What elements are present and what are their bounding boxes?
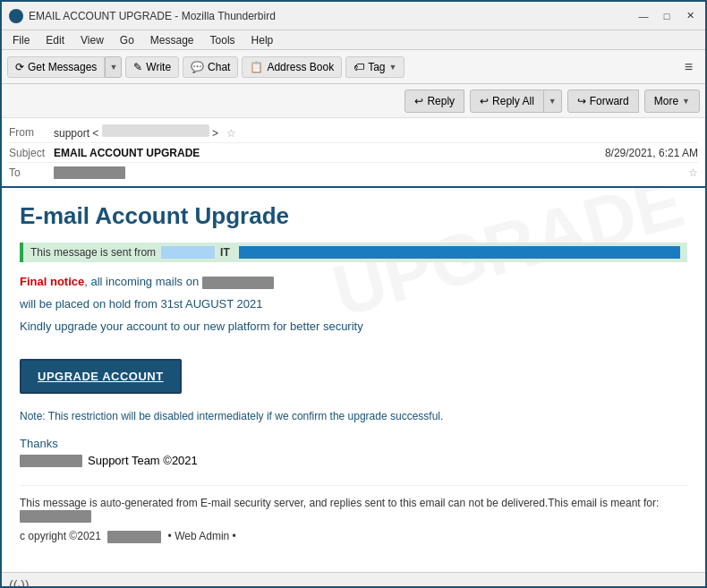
note-text: Note: This restriction will be disabled … xyxy=(20,410,687,422)
chat-icon: 💬 xyxy=(191,61,204,73)
get-messages-icon: ⟳ xyxy=(15,61,24,73)
more-button[interactable]: More ▼ xyxy=(644,89,700,113)
get-messages-group: ⟳ Get Messages ▼ xyxy=(7,56,122,78)
body-line2: will be placed on hold from 31st AUGUST … xyxy=(20,295,687,314)
get-messages-button[interactable]: ⟳ Get Messages xyxy=(7,56,105,78)
sent-from-label: This message is sent from xyxy=(30,246,156,259)
status-bar: ((·)) xyxy=(2,572,705,588)
reply-icon: ↩ xyxy=(414,95,423,107)
star-icon[interactable]: ☆ xyxy=(226,127,236,140)
team-name-redacted xyxy=(20,455,82,467)
from-label: From xyxy=(9,126,54,139)
reply-all-label: Reply All xyxy=(492,95,534,107)
menu-go[interactable]: Go xyxy=(113,32,141,48)
write-button[interactable]: ✎ Write xyxy=(125,56,179,78)
email-header: From support < > ☆ Subject EMAIL ACCOUNT… xyxy=(2,118,705,188)
reply-group: ↩ Reply xyxy=(405,89,464,113)
forward-button[interactable]: ↪ Forward xyxy=(567,89,639,113)
reply-all-button[interactable]: ↩ Reply All xyxy=(470,89,544,113)
minimize-button[interactable]: — xyxy=(635,8,652,24)
forward-group: ↪ Forward xyxy=(567,89,639,113)
hamburger-menu-button[interactable]: ≡ xyxy=(677,55,700,79)
to-label: To xyxy=(9,166,54,179)
tag-button[interactable]: 🏷 Tag ▼ xyxy=(345,56,405,78)
address-book-label: Address Book xyxy=(267,61,334,73)
forward-icon: ↪ xyxy=(577,95,586,107)
from-value: support < > ☆ xyxy=(54,124,698,140)
get-messages-label: Get Messages xyxy=(28,61,97,73)
forward-label: Forward xyxy=(590,95,629,107)
menu-bar: File Edit View Go Message Tools Help xyxy=(2,30,705,50)
source-bar: This message is sent from IT xyxy=(20,243,687,262)
more-label: More xyxy=(654,95,678,107)
from-prefix: support < xyxy=(54,127,98,140)
wifi-icon: ((·)) xyxy=(9,578,30,589)
source-it-label: IT xyxy=(220,246,230,259)
support-team-label: Support Team ©2021 xyxy=(88,454,198,467)
menu-edit[interactable]: Edit xyxy=(38,32,72,48)
from-row: From support < > ☆ xyxy=(9,122,698,143)
copyright-domain-redacted xyxy=(107,531,161,543)
close-button[interactable]: ✕ xyxy=(682,8,698,24)
address-book-icon: 📋 xyxy=(250,61,263,73)
thanks-text: Thanks xyxy=(20,437,687,450)
menu-file[interactable]: File xyxy=(5,32,37,48)
menu-view[interactable]: View xyxy=(73,32,111,48)
window-controls: — □ ✕ xyxy=(635,8,698,24)
copyright-c: c xyxy=(20,530,25,542)
email-date: 8/29/2021, 6:21 AM xyxy=(605,147,698,159)
auto-message-text: This message is auto-generated from E-ma… xyxy=(20,497,659,509)
chat-label: Chat xyxy=(208,61,230,73)
subject-label: Subject xyxy=(9,147,54,159)
tag-icon: 🏷 xyxy=(354,61,364,73)
subject-row: Subject EMAIL ACCOUNT UPGRADE 8/29/2021,… xyxy=(9,143,698,163)
action-bar: ↩ Reply ↩ Reply All ▼ ↪ Forward More ▼ xyxy=(2,84,705,118)
recipient-redacted xyxy=(20,510,91,523)
maximize-button[interactable]: □ xyxy=(659,8,675,24)
reply-all-dropdown[interactable]: ▼ xyxy=(544,89,562,113)
address-book-button[interactable]: 📋 Address Book xyxy=(242,56,342,78)
source-domain-redacted xyxy=(161,246,215,259)
web-admin-label: • Web Admin • xyxy=(168,530,236,542)
upgrade-btn-container: UPGRADE ACCOUNT xyxy=(20,348,687,405)
window-title: EMAIL ACCOUNT UPGRADE - Mozilla Thunderb… xyxy=(29,10,635,22)
write-icon: ✎ xyxy=(133,61,142,73)
more-dropdown-icon: ▼ xyxy=(682,97,690,106)
get-messages-dropdown[interactable]: ▼ xyxy=(105,56,122,78)
copyright-text: opyright ©2021 xyxy=(28,530,101,542)
body-text-1: , all incoming mails on xyxy=(84,275,199,288)
reply-all-group: ↩ Reply All ▼ xyxy=(470,89,562,113)
body-line1: Final notice, all incoming mails on xyxy=(20,273,687,292)
subject-value: EMAIL ACCOUNT UPGRADE xyxy=(54,147,605,159)
to-address-redacted xyxy=(54,166,125,179)
dropdown-arrow-icon: ▼ xyxy=(109,63,117,72)
menu-message[interactable]: Message xyxy=(143,32,201,48)
tag-label: Tag xyxy=(368,61,385,73)
copyright-row: c opyright ©2021 • Web Admin • xyxy=(20,530,687,543)
menu-tools[interactable]: Tools xyxy=(203,32,243,48)
chat-button[interactable]: 💬 Chat xyxy=(183,56,238,78)
menu-help[interactable]: Help xyxy=(244,32,281,48)
reply-all-dropdown-icon: ▼ xyxy=(549,97,557,106)
to-star-icon[interactable]: ☆ xyxy=(688,166,698,179)
auto-message: This message is auto-generated from E-ma… xyxy=(20,485,687,523)
source-bar-decoration xyxy=(239,246,680,259)
more-group: More ▼ xyxy=(644,89,700,113)
body-line3: Kindly upgrade your account to our new p… xyxy=(20,318,687,337)
reply-label: Reply xyxy=(427,95,455,107)
email-body: UPGRADE E-mail Account Upgrade This mess… xyxy=(2,188,705,572)
write-label: Write xyxy=(146,61,171,73)
upgrade-account-button[interactable]: UPGRADE ACCOUNT xyxy=(20,359,182,394)
title-bar: EMAIL ACCOUNT UPGRADE - Mozilla Thunderb… xyxy=(2,2,705,30)
to-row: To ☆ xyxy=(9,163,698,183)
email-content: E-mail Account Upgrade This message is s… xyxy=(20,202,687,543)
support-team-row: Support Team ©2021 xyxy=(20,454,687,467)
domain-redacted-1 xyxy=(202,277,274,289)
from-address xyxy=(102,124,209,137)
to-value xyxy=(54,166,683,180)
email-title: E-mail Account Upgrade xyxy=(20,202,687,230)
reply-all-icon: ↩ xyxy=(480,95,489,107)
tag-dropdown-icon: ▼ xyxy=(389,63,397,72)
app-icon xyxy=(9,9,23,23)
reply-button[interactable]: ↩ Reply xyxy=(405,89,464,113)
